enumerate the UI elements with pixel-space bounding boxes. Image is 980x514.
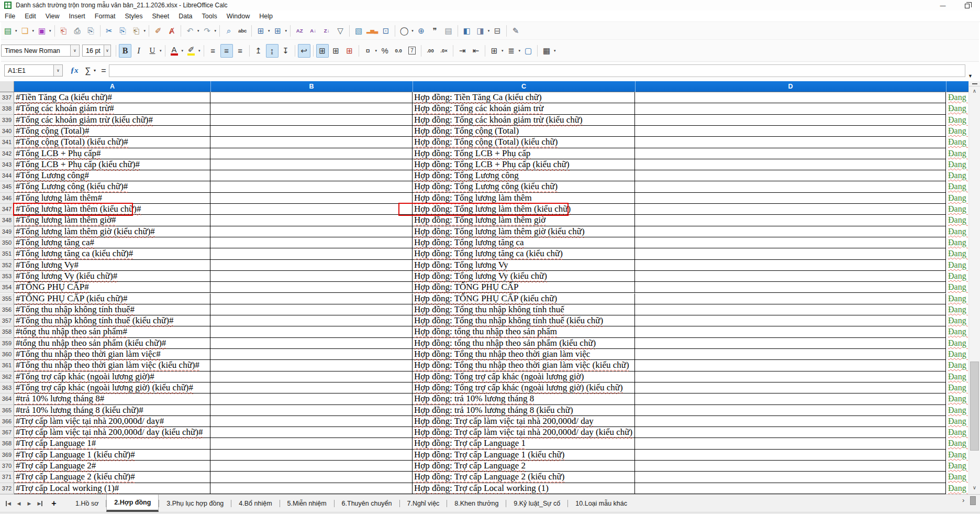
cell-e358-status[interactable]: Đang s <box>946 326 968 337</box>
cell-b355[interactable] <box>210 293 413 304</box>
cell-a340[interactable]: #Tổng cộng (Total)# <box>14 126 210 137</box>
split-handle[interactable] <box>969 81 980 86</box>
row-header[interactable]: 349 <box>0 226 14 237</box>
column-header-c[interactable]: C <box>413 81 635 92</box>
cell-c356[interactable]: Hợp đồng: Tổng thu nhập không tính thuế <box>413 304 635 315</box>
cell-e359-status[interactable]: Đang s <box>946 338 968 349</box>
cell-c344[interactable]: Hợp đồng: Tổng Lương công <box>413 170 635 181</box>
clear-formatting-button[interactable]: Ⱥ <box>165 24 178 38</box>
vertical-scrollbar[interactable]: ∧ ∨ <box>968 81 980 494</box>
cell-b368[interactable] <box>210 438 413 449</box>
underline-button[interactable]: U <box>146 44 159 58</box>
insert-chart-button[interactable]: ▂▅▃ <box>366 24 378 38</box>
cell-c348[interactable]: Hợp đồng: Tổng lương làm thêm giờ <box>413 215 635 226</box>
cell-a367[interactable]: #Trợ cấp làm việc tại nhà 200,000đ/ day … <box>14 427 210 438</box>
cell-b339[interactable] <box>210 115 413 126</box>
cell-d371[interactable] <box>635 472 946 483</box>
cell-d344[interactable] <box>635 170 946 181</box>
cell-a339[interactable]: #Tổng các khoản giảm trừ (kiểu chữ)# <box>14 115 210 126</box>
last-sheet-button[interactable]: ▶ <box>35 501 45 506</box>
menu-view[interactable]: View <box>41 10 64 22</box>
cell-a352[interactable]: #Tổng lương Vy# <box>14 260 210 271</box>
cell-b361[interactable] <box>210 360 413 371</box>
cell-a355[interactable]: #TỔNG PHỤ CẤP (kiểu chữ)# <box>14 293 210 304</box>
previous-sheet-button[interactable]: ◀ <box>14 501 24 506</box>
scroll-right-icon[interactable]: › <box>962 497 964 504</box>
insert-comment-button[interactable]: ❞ <box>429 24 441 38</box>
menu-window[interactable]: Window <box>222 10 254 22</box>
cell-d352[interactable] <box>635 260 946 271</box>
insert-row-button[interactable]: ⊞ <box>254 24 267 38</box>
first-sheet-button[interactable]: ◀ <box>3 501 14 506</box>
cell-d342[interactable] <box>635 148 946 159</box>
row-header[interactable]: 342 <box>0 148 14 159</box>
row-header[interactable]: 348 <box>0 215 14 226</box>
menu-insert[interactable]: Insert <box>64 10 90 22</box>
font-color-dropdown-icon[interactable]: ▾ <box>182 49 184 53</box>
insert-shape-button[interactable]: ◯ <box>398 24 410 38</box>
cell-b349[interactable] <box>210 226 413 237</box>
row-header[interactable]: 369 <box>0 450 14 461</box>
cell-e362-status[interactable]: Đang s <box>946 371 968 382</box>
cell-b342[interactable] <box>210 148 413 159</box>
cell-a348[interactable]: #Tổng lương làm thêm giờ# <box>14 215 210 226</box>
row-header[interactable]: 343 <box>0 159 14 170</box>
cell-d363[interactable] <box>635 382 946 393</box>
align-bottom-button[interactable]: ↧ <box>280 44 292 58</box>
cell-e348-status[interactable]: Đang s <box>946 215 968 226</box>
cell-a337[interactable]: #Tiền Tăng Ca (kiểu chữ)# <box>14 92 210 103</box>
sheet-tab-6[interactable]: 6.Thuyên chuyển <box>335 495 399 512</box>
cell-b337[interactable] <box>210 92 413 103</box>
sheet-tab-1[interactable]: 1.Hồ sơ <box>68 495 106 512</box>
cell-e367-status[interactable]: Đang s <box>946 427 968 438</box>
cell-a370[interactable]: #Trợ cấp Language 2# <box>14 461 210 472</box>
cell-a342[interactable]: #Tổng LCB + Phụ cấp# <box>14 148 210 159</box>
currency-format-dropdown-icon[interactable]: ▾ <box>375 49 377 53</box>
cell-a346[interactable]: #Tổng lương làm thêm# <box>14 193 210 204</box>
cell-b353[interactable] <box>210 271 413 282</box>
vertical-scroll-thumb[interactable] <box>970 362 979 451</box>
borders-dropdown-icon[interactable]: ▾ <box>502 49 504 53</box>
cell-d353[interactable] <box>635 271 946 282</box>
cell-c365[interactable]: Hợp đồng: trả 10% lương tháng 8 (kiểu ch… <box>413 405 635 416</box>
cell-c353[interactable]: Hợp đồng: Tổng lương Vy (kiểu chữ) <box>413 271 635 282</box>
row-header[interactable]: 346 <box>0 193 14 204</box>
cell-c349[interactable]: Hợp đồng: Tổng lương làm thêm giờ (kiểu … <box>413 226 635 237</box>
cell-c345[interactable]: Hợp đồng: Tổng Lương công (kiểu chữ) <box>413 181 635 192</box>
cell-d356[interactable] <box>635 304 946 315</box>
cell-b354[interactable] <box>210 282 413 293</box>
align-right-button[interactable]: ≡ <box>234 44 247 58</box>
save-button[interactable]: ▣ <box>36 24 48 38</box>
row-header[interactable]: 371 <box>0 472 14 483</box>
cell-a354[interactable]: #TỔNG PHỤ CẤP# <box>14 282 210 293</box>
cell-c351[interactable]: Hợp đồng: Tổng lương tăng ca (kiểu chữ) <box>413 248 635 259</box>
cell-a353[interactable]: #Tổng lương Vy (kiểu chữ)# <box>14 271 210 282</box>
cell-c366[interactable]: Hợp đồng: Trợ cấp làm việc tại nhà 200,0… <box>413 416 635 427</box>
open-folder-dropdown-icon[interactable]: ▾ <box>32 29 35 33</box>
cell-d349[interactable] <box>635 226 946 237</box>
column-header-b[interactable]: B <box>210 81 413 92</box>
row-header[interactable]: 354 <box>0 282 14 293</box>
sort-ascending-button[interactable]: A↓ <box>307 24 319 38</box>
cell-a365[interactable]: #trả 10% lương tháng 8 (kiểu chữ)# <box>14 405 210 416</box>
cell-b348[interactable] <box>210 215 413 226</box>
formula-input[interactable] <box>109 64 965 77</box>
clone-formatting-button[interactable]: ✐ <box>152 24 164 38</box>
delete-decimal-button[interactable]: .0× <box>438 44 450 58</box>
row-header[interactable]: 341 <box>0 137 14 148</box>
cell-e370-status[interactable]: Đang s <box>946 461 968 472</box>
row-header[interactable]: 368 <box>0 438 14 449</box>
cell-d337[interactable] <box>635 92 946 103</box>
paste-button[interactable]: ⎗ <box>130 24 143 38</box>
date-format-button[interactable]: 7 <box>406 44 418 58</box>
cell-e344-status[interactable]: Đang s <box>946 170 968 181</box>
cell-c363[interactable]: Hợp đồng: Tổng trợ cấp khác (ngoài lương… <box>413 382 635 393</box>
cell-e371-status[interactable]: Đang s <box>946 472 968 483</box>
cell-c346[interactable]: Hợp đồng: Tổng lương làm thêm <box>413 193 635 204</box>
font-name-dropdown-icon[interactable]: ∨ <box>70 45 79 56</box>
cell-d345[interactable] <box>635 181 946 192</box>
cell-d360[interactable] <box>635 349 946 360</box>
cell-c337[interactable]: Hợp đồng: Tiền Tăng Ca (kiểu chữ) <box>413 92 635 103</box>
cell-d365[interactable] <box>635 405 946 416</box>
new-document-dropdown-icon[interactable]: ▾ <box>15 29 17 33</box>
